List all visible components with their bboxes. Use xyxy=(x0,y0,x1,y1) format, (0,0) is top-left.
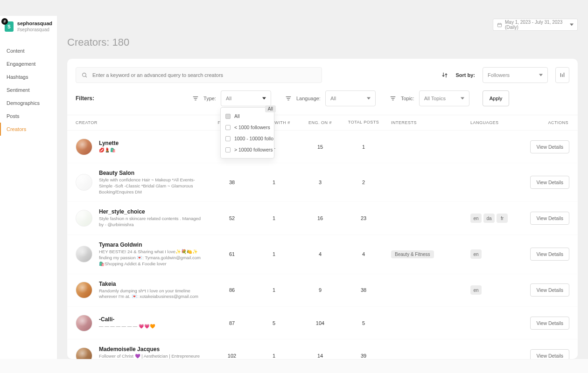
svg-rect-16 xyxy=(391,98,394,98)
interest-badge: Beauty & Fitness xyxy=(391,250,434,258)
total-posts-cell: 39 xyxy=(345,353,382,359)
eng-on-cell: 104 xyxy=(295,320,345,326)
nav-content[interactable]: Content xyxy=(0,44,57,57)
opt-label: All xyxy=(234,113,240,119)
avatar xyxy=(76,210,92,227)
sort-by-value: Followers xyxy=(488,72,510,78)
filter-language-value: All xyxy=(330,96,336,101)
nav-engagement[interactable]: Engagement xyxy=(0,57,57,70)
avatar xyxy=(76,246,92,262)
total-posts-cell: 2 xyxy=(345,180,382,185)
dropdown-option-lt1000[interactable]: < 1000 followers xyxy=(221,122,274,133)
checkbox-icon xyxy=(225,147,231,152)
filter-type-value: All xyxy=(226,96,231,101)
col-eng-on: ENG. ON # xyxy=(295,120,345,125)
eng-on-cell: 15 xyxy=(295,144,345,150)
creator-desc: Randomly dumping sh*t I love on your tim… xyxy=(99,288,206,300)
total-posts-cell: 23 xyxy=(345,215,382,221)
checkbox-icon xyxy=(225,125,231,130)
nav-sentiment[interactable]: Sentiment xyxy=(0,83,57,97)
posts-with-cell: 5 xyxy=(253,320,295,326)
language-badge: en xyxy=(470,285,482,295)
sort-direction-icon[interactable] xyxy=(441,72,448,78)
svg-point-4 xyxy=(83,73,86,76)
search-box[interactable] xyxy=(76,67,322,83)
main: May 1, 2023 - July 31, 2023 (Daily) Crea… xyxy=(57,16,588,359)
creator-name: Takeia xyxy=(99,281,206,287)
view-details-button[interactable]: View Details xyxy=(530,317,569,330)
filter-type-select[interactable]: All All xyxy=(221,90,271,106)
chevron-down-icon xyxy=(539,74,543,76)
creator-name: Lynette xyxy=(99,140,119,146)
table-row: Lynette💋💄🛍️331151View Details xyxy=(67,131,578,163)
hash-icon: # xyxy=(1,18,8,25)
nav-posts[interactable]: Posts xyxy=(0,110,57,123)
brand-letter: S xyxy=(7,24,11,29)
nav: Content Engagement Hashtags Sentiment De… xyxy=(0,40,57,136)
toolbar: Sort by: Followers xyxy=(67,59,578,83)
view-details-button[interactable]: View Details xyxy=(530,283,569,297)
density-toggle-button[interactable] xyxy=(555,67,569,83)
creator-desc: — — — — — — — 💗💗🧡 xyxy=(99,324,155,330)
checkbox-icon xyxy=(225,136,231,141)
apply-button[interactable]: Apply xyxy=(483,90,510,106)
creator-desc: Style fashion n skincare related content… xyxy=(99,216,206,228)
calendar-icon xyxy=(497,22,502,28)
creator-desc: Follower of Christ 💜 | Aesthetician | En… xyxy=(99,353,206,359)
posts-with-cell: 1 xyxy=(253,215,295,221)
filter-type-dropdown: All < 1000 followers 1000 - 10000 follo.… xyxy=(220,107,274,159)
account-tag: #sephorasquad xyxy=(17,27,52,32)
page-title: Creators: 180 xyxy=(67,36,129,48)
svg-rect-17 xyxy=(392,100,394,100)
eng-on-cell: 9 xyxy=(295,287,345,293)
col-interests: INTERESTS xyxy=(382,120,470,125)
search-input[interactable] xyxy=(92,72,316,78)
avatar xyxy=(76,174,92,191)
avatar xyxy=(76,138,92,155)
sort-by-select[interactable]: Followers xyxy=(483,67,548,83)
sort-by-label: Sort by: xyxy=(455,72,475,78)
col-actions: ACTIONS xyxy=(512,120,569,125)
content-card: Sort by: Followers Filters: Type: xyxy=(67,59,578,359)
posts-with-cell: 1 xyxy=(253,287,295,293)
filter-language-label: Language: xyxy=(296,96,321,101)
creator-desc: HEY BESTIE! 24 & Sharing what I love✨💐🍋✨… xyxy=(99,249,206,267)
posts-with-cell: 1 xyxy=(253,353,295,359)
view-details-button[interactable]: View Details xyxy=(530,212,569,225)
view-details-button[interactable]: View Details xyxy=(530,140,569,153)
eng-on-cell: 3 xyxy=(295,180,345,185)
filter-topic-value: All Topics xyxy=(424,96,446,101)
table-row: Beauty SalonStyle with confidence Hair ~… xyxy=(67,163,578,202)
nav-hashtags[interactable]: Hashtags xyxy=(0,70,57,83)
svg-rect-0 xyxy=(497,23,501,27)
view-details-button[interactable]: View Details xyxy=(530,248,569,261)
table-row: -Calli-— — — — — — — 💗💗🧡8751045View Deta… xyxy=(67,307,578,339)
filter-type-tooltip: All xyxy=(265,105,276,112)
date-range-picker[interactable]: May 1, 2023 - July 31, 2023 (Daily) xyxy=(493,19,578,31)
opt-label: > 10000 followers xyxy=(234,147,273,152)
brand-badge: # S xyxy=(5,21,14,32)
dropdown-option-gt10000[interactable]: > 10000 followers xyxy=(221,144,274,155)
filter-topic-select[interactable]: All Topics xyxy=(419,90,469,106)
nav-demographics[interactable]: Demographics xyxy=(0,97,57,110)
account-brand[interactable]: # S sephorasquad #sephorasquad xyxy=(0,16,57,40)
followers-cell: 102 xyxy=(211,353,253,359)
search-icon xyxy=(82,72,88,78)
filter-language-group: Language: All xyxy=(285,90,376,106)
filter-type-label: Type: xyxy=(203,96,216,101)
view-details-button[interactable]: View Details xyxy=(530,349,569,359)
chevron-down-icon xyxy=(367,97,371,100)
creator-name: Tymara Goldwin xyxy=(99,242,206,248)
languages-cell: en xyxy=(470,249,512,259)
opt-label: 1000 - 10000 follo... xyxy=(234,136,274,141)
filter-language-select[interactable]: All xyxy=(325,90,376,106)
posts-with-cell: 1 xyxy=(253,251,295,257)
nav-creators[interactable]: Creators xyxy=(0,123,57,136)
dropdown-option-mid[interactable]: 1000 - 10000 follo... xyxy=(221,133,274,144)
caret-down-icon xyxy=(262,97,266,100)
col-creator: CREATOR xyxy=(76,120,211,125)
creator-desc: Style with confidence Hair ~ Makeup *All… xyxy=(99,177,206,195)
view-details-button[interactable]: View Details xyxy=(530,176,569,189)
languages-cell: endafr xyxy=(470,214,512,223)
creator-desc: 💋💄🛍️ xyxy=(99,147,119,153)
